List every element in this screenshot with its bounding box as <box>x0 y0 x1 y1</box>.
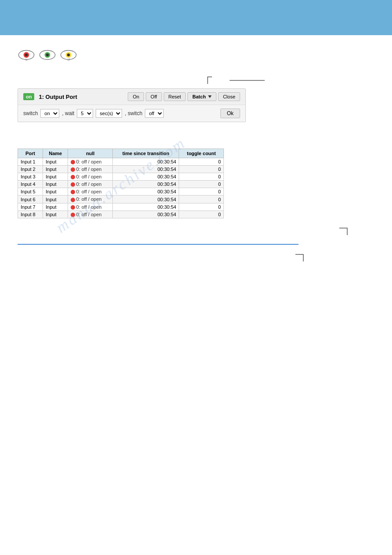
cell-status: 0: off / open <box>68 188 112 196</box>
section-divider <box>18 244 298 245</box>
corner-bracket-top-left <box>207 76 216 84</box>
status-text: 0: off / open <box>76 159 101 164</box>
main-content: ✕ ↺ <box>0 35 392 275</box>
cell-name: Input <box>43 181 68 188</box>
cell-port: Input 6 <box>18 196 43 203</box>
cell-count: 0 <box>179 158 224 166</box>
status-text: 0: off / open <box>76 167 101 172</box>
wait-value-select[interactable]: 5 <box>77 109 93 118</box>
sec-unit-select[interactable]: sec(s) <box>96 109 122 118</box>
status-dot-icon <box>71 198 75 202</box>
svg-point-6 <box>46 54 49 56</box>
cell-time: 00:30:54 <box>112 203 179 210</box>
close-button[interactable]: Close <box>218 92 240 101</box>
cell-time: 00:30:54 <box>112 210 179 218</box>
input-table: Port Name null time since transition tog… <box>18 149 224 218</box>
cell-name: Input <box>43 158 68 166</box>
ok-button[interactable]: Ok <box>220 109 240 118</box>
table-row: Input 2Input0: off / open00:30:540 <box>18 166 224 173</box>
col-time: time since transition <box>112 149 179 158</box>
status-dot-icon <box>71 175 75 179</box>
table-row: Input 5Input0: off / open00:30:540 <box>18 188 224 196</box>
svg-point-2 <box>25 54 28 56</box>
switch-label-1: switch <box>23 110 38 116</box>
wait-label: , wait <box>62 110 74 116</box>
input-table-container: Port Name null time since transition tog… <box>18 149 374 218</box>
cell-count: 0 <box>179 210 224 218</box>
batch-chevron-icon <box>208 95 212 98</box>
status-text: 0: off / open <box>76 196 101 202</box>
status-text: 0: off / open <box>76 189 101 194</box>
eye-icons-row: ✕ ↺ <box>18 48 374 63</box>
cell-status: 0: off / open <box>68 158 112 166</box>
cell-port: Input 1 <box>18 158 43 166</box>
cell-count: 0 <box>179 173 224 181</box>
status-text: 0: off / open <box>76 204 101 210</box>
status-dot-icon <box>71 213 75 217</box>
cell-time: 00:30:54 <box>112 158 179 166</box>
reset-button[interactable]: Reset <box>164 92 186 101</box>
col-port: Port <box>18 149 43 158</box>
bottom-bracket2 <box>18 254 374 261</box>
col-count: toggle count <box>179 149 224 158</box>
table-row: Input 8Input0: off / open00:30:540 <box>18 210 224 218</box>
eye-icon-ok <box>39 48 56 63</box>
cell-time: 00:30:54 <box>112 188 179 196</box>
cell-name: Input <box>43 196 68 203</box>
off-button[interactable]: Off <box>146 92 162 101</box>
ctrl-buttons: On Off Reset Batch Close <box>128 92 240 101</box>
cell-time: 00:30:54 <box>112 196 179 203</box>
cell-port: Input 7 <box>18 203 43 210</box>
status-text: 0: off / open <box>76 174 101 179</box>
col-null: null <box>68 149 112 158</box>
cell-status: 0: off / open <box>68 181 112 188</box>
cell-port: Input 3 <box>18 173 43 181</box>
table-row: Input 3Input0: off / open00:30:540 <box>18 173 224 181</box>
cell-port: Input 5 <box>18 188 43 196</box>
status-dot-icon <box>71 160 75 164</box>
cell-time: 00:30:54 <box>112 181 179 188</box>
cell-count: 0 <box>179 181 224 188</box>
cell-count: 0 <box>179 203 224 210</box>
signal-area-top <box>18 76 374 84</box>
corner-bracket-bottom2 <box>295 254 304 261</box>
cell-port: Input 8 <box>18 210 43 218</box>
col-name: Name <box>43 149 68 158</box>
switch-on-select[interactable]: on <box>40 109 59 118</box>
status-dot-icon <box>71 190 75 194</box>
svg-text:↺: ↺ <box>67 58 70 62</box>
output-port-header: on 1: Output Port On Off Reset Batch Clo… <box>18 89 245 105</box>
cell-port: Input 2 <box>18 166 43 173</box>
cell-time: 00:30:54 <box>112 173 179 181</box>
cell-status: 0: off / open <box>68 166 112 173</box>
corner-bracket-bottom-right <box>338 227 348 235</box>
switch-off-select[interactable]: off <box>145 109 164 118</box>
cell-status: 0: off / open <box>68 173 112 181</box>
cell-name: Input <box>43 203 68 210</box>
cell-count: 0 <box>179 188 224 196</box>
status-dot-icon <box>71 205 75 210</box>
table-row: Input 4Input0: off / open00:30:540 <box>18 181 224 188</box>
cell-status: 0: off / open <box>68 210 112 218</box>
output-port-box: on 1: Output Port On Off Reset Batch Clo… <box>18 88 246 122</box>
eye-icon-error: ✕ <box>18 48 35 63</box>
table-row: Input 7Input0: off / open00:30:540 <box>18 203 224 210</box>
eye-icon-warn: ↺ <box>60 48 77 63</box>
signal-line <box>230 76 265 84</box>
cell-count: 0 <box>179 166 224 173</box>
cell-status: 0: off / open <box>68 203 112 210</box>
on-badge: on <box>23 93 34 100</box>
table-row: Input 6Input0: off / open00:30:540 <box>18 196 224 203</box>
status-dot-icon <box>71 167 75 172</box>
batch-row: switch on , wait 5 sec(s) , switch off O… <box>18 105 245 122</box>
header-bar <box>0 0 392 35</box>
table-row: Input 1Input0: off / open00:30:540 <box>18 158 224 166</box>
port-title: 1: Output Port <box>39 94 123 100</box>
cell-count: 0 <box>179 196 224 203</box>
cell-name: Input <box>43 173 68 181</box>
cell-name: Input <box>43 166 68 173</box>
batch-button[interactable]: Batch <box>187 92 216 101</box>
bottom-bracket-right <box>18 227 374 235</box>
switch-label-2: , switch <box>125 110 142 116</box>
on-button[interactable]: On <box>128 92 144 101</box>
